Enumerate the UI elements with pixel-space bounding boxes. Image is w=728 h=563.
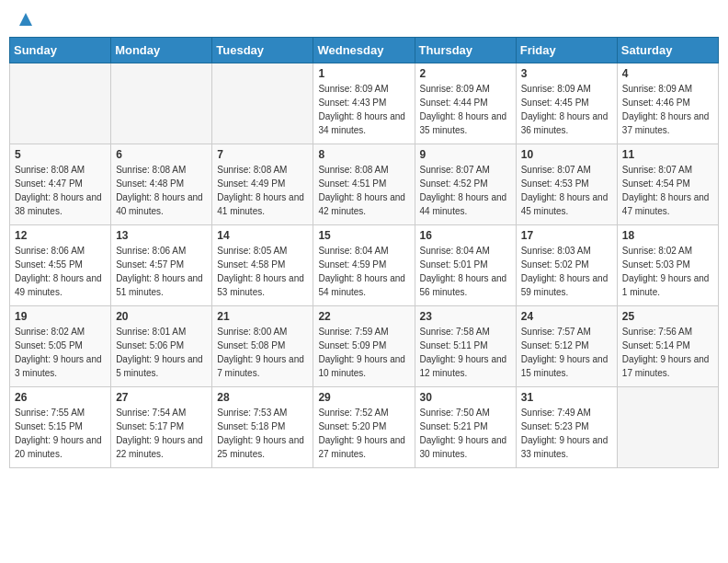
day-number: 27	[116, 391, 207, 404]
day-info: Sunrise: 8:02 AMSunset: 5:05 PMDaylight:…	[15, 325, 106, 380]
day-info: Sunrise: 8:07 AMSunset: 4:53 PMDaylight:…	[521, 163, 612, 218]
day-number: 8	[318, 148, 409, 161]
day-header-sunday: Sunday	[10, 38, 111, 63]
calendar-cell: 24Sunrise: 7:57 AMSunset: 5:12 PMDayligh…	[516, 306, 617, 387]
day-info: Sunrise: 8:09 AMSunset: 4:43 PMDaylight:…	[318, 82, 409, 137]
day-number: 2	[420, 67, 511, 80]
calendar-cell: 19Sunrise: 8:02 AMSunset: 5:05 PMDayligh…	[10, 306, 111, 387]
day-number: 9	[420, 148, 511, 161]
day-header-monday: Monday	[111, 38, 212, 63]
day-number: 1	[318, 67, 409, 80]
day-number: 16	[420, 229, 511, 242]
calendar-cell: 14Sunrise: 8:05 AMSunset: 4:58 PMDayligh…	[212, 225, 313, 306]
calendar-cell: 16Sunrise: 8:04 AMSunset: 5:01 PMDayligh…	[415, 225, 516, 306]
calendar-cell: 5Sunrise: 8:08 AMSunset: 4:47 PMDaylight…	[10, 144, 111, 225]
calendar-cell: 17Sunrise: 8:03 AMSunset: 5:02 PMDayligh…	[516, 225, 617, 306]
day-info: Sunrise: 8:00 AMSunset: 5:08 PMDaylight:…	[217, 325, 308, 380]
calendar-cell: 30Sunrise: 7:50 AMSunset: 5:21 PMDayligh…	[415, 387, 516, 468]
calendar-cell: 3Sunrise: 8:09 AMSunset: 4:45 PMDaylight…	[516, 63, 617, 144]
calendar-cell: 31Sunrise: 7:49 AMSunset: 5:23 PMDayligh…	[516, 387, 617, 468]
day-info: Sunrise: 7:58 AMSunset: 5:11 PMDaylight:…	[420, 325, 511, 380]
calendar-cell: 23Sunrise: 7:58 AMSunset: 5:11 PMDayligh…	[415, 306, 516, 387]
day-info: Sunrise: 7:55 AMSunset: 5:15 PMDaylight:…	[15, 406, 106, 461]
day-number: 24	[521, 310, 612, 323]
day-number: 3	[521, 67, 612, 80]
logo	[13, 9, 36, 29]
day-number: 7	[217, 148, 308, 161]
day-number: 13	[116, 229, 207, 242]
calendar-week-row: 12Sunrise: 8:06 AMSunset: 4:55 PMDayligh…	[10, 225, 719, 306]
logo-icon	[16, 9, 36, 29]
day-number: 12	[15, 229, 106, 242]
day-number: 4	[622, 67, 713, 80]
day-number: 17	[521, 229, 612, 242]
day-number: 30	[420, 391, 511, 404]
calendar-cell	[617, 387, 718, 468]
day-info: Sunrise: 8:03 AMSunset: 5:02 PMDaylight:…	[521, 244, 612, 299]
day-info: Sunrise: 7:59 AMSunset: 5:09 PMDaylight:…	[318, 325, 409, 380]
calendar-week-row: 1Sunrise: 8:09 AMSunset: 4:43 PMDaylight…	[10, 63, 719, 144]
day-info: Sunrise: 8:08 AMSunset: 4:51 PMDaylight:…	[318, 163, 409, 218]
calendar-week-row: 19Sunrise: 8:02 AMSunset: 5:05 PMDayligh…	[10, 306, 719, 387]
day-info: Sunrise: 8:08 AMSunset: 4:49 PMDaylight:…	[217, 163, 308, 218]
calendar-cell: 15Sunrise: 8:04 AMSunset: 4:59 PMDayligh…	[313, 225, 415, 306]
calendar-cell	[111, 63, 212, 144]
day-header-friday: Friday	[516, 38, 617, 63]
calendar-cell: 10Sunrise: 8:07 AMSunset: 4:53 PMDayligh…	[516, 144, 617, 225]
day-info: Sunrise: 8:09 AMSunset: 4:45 PMDaylight:…	[521, 82, 612, 137]
calendar-cell: 12Sunrise: 8:06 AMSunset: 4:55 PMDayligh…	[10, 225, 111, 306]
day-number: 22	[318, 310, 409, 323]
calendar-cell: 2Sunrise: 8:09 AMSunset: 4:44 PMDaylight…	[415, 63, 516, 144]
day-info: Sunrise: 8:04 AMSunset: 5:01 PMDaylight:…	[420, 244, 511, 299]
calendar-cell: 22Sunrise: 7:59 AMSunset: 5:09 PMDayligh…	[313, 306, 415, 387]
day-number: 29	[318, 391, 409, 404]
calendar-cell: 18Sunrise: 8:02 AMSunset: 5:03 PMDayligh…	[617, 225, 718, 306]
calendar-cell: 6Sunrise: 8:08 AMSunset: 4:48 PMDaylight…	[111, 144, 212, 225]
day-header-saturday: Saturday	[617, 38, 718, 63]
day-number: 19	[15, 310, 106, 323]
calendar-week-row: 26Sunrise: 7:55 AMSunset: 5:15 PMDayligh…	[10, 387, 719, 468]
day-info: Sunrise: 8:04 AMSunset: 4:59 PMDaylight:…	[318, 244, 409, 299]
day-info: Sunrise: 8:06 AMSunset: 4:57 PMDaylight:…	[116, 244, 207, 299]
calendar-cell: 1Sunrise: 8:09 AMSunset: 4:43 PMDaylight…	[313, 63, 415, 144]
calendar-cell: 20Sunrise: 8:01 AMSunset: 5:06 PMDayligh…	[111, 306, 212, 387]
calendar-cell: 4Sunrise: 8:09 AMSunset: 4:46 PMDaylight…	[617, 63, 718, 144]
day-header-wednesday: Wednesday	[313, 38, 415, 63]
day-header-thursday: Thursday	[415, 38, 516, 63]
day-info: Sunrise: 7:53 AMSunset: 5:18 PMDaylight:…	[217, 406, 308, 461]
day-info: Sunrise: 7:49 AMSunset: 5:23 PMDaylight:…	[521, 406, 612, 461]
day-number: 21	[217, 310, 308, 323]
day-info: Sunrise: 8:08 AMSunset: 4:48 PMDaylight:…	[116, 163, 207, 218]
calendar-cell: 29Sunrise: 7:52 AMSunset: 5:20 PMDayligh…	[313, 387, 415, 468]
day-info: Sunrise: 8:05 AMSunset: 4:58 PMDaylight:…	[217, 244, 308, 299]
day-number: 20	[116, 310, 207, 323]
svg-marker-0	[19, 13, 32, 26]
day-number: 6	[116, 148, 207, 161]
day-number: 18	[622, 229, 713, 242]
day-number: 15	[318, 229, 409, 242]
calendar-table: SundayMondayTuesdayWednesdayThursdayFrid…	[9, 37, 719, 468]
calendar-cell: 7Sunrise: 8:08 AMSunset: 4:49 PMDaylight…	[212, 144, 313, 225]
day-info: Sunrise: 8:07 AMSunset: 4:54 PMDaylight:…	[622, 163, 713, 218]
day-info: Sunrise: 8:07 AMSunset: 4:52 PMDaylight:…	[420, 163, 511, 218]
day-number: 23	[420, 310, 511, 323]
day-info: Sunrise: 7:57 AMSunset: 5:12 PMDaylight:…	[521, 325, 612, 380]
calendar-cell: 13Sunrise: 8:06 AMSunset: 4:57 PMDayligh…	[111, 225, 212, 306]
day-number: 31	[521, 391, 612, 404]
calendar-cell	[10, 63, 111, 144]
day-number: 28	[217, 391, 308, 404]
day-number: 25	[622, 310, 713, 323]
calendar-cell: 21Sunrise: 8:00 AMSunset: 5:08 PMDayligh…	[212, 306, 313, 387]
day-info: Sunrise: 7:52 AMSunset: 5:20 PMDaylight:…	[318, 406, 409, 461]
day-number: 5	[15, 148, 106, 161]
day-info: Sunrise: 8:06 AMSunset: 4:55 PMDaylight:…	[15, 244, 106, 299]
calendar-week-row: 5Sunrise: 8:08 AMSunset: 4:47 PMDaylight…	[10, 144, 719, 225]
day-number: 11	[622, 148, 713, 161]
calendar-cell: 26Sunrise: 7:55 AMSunset: 5:15 PMDayligh…	[10, 387, 111, 468]
day-info: Sunrise: 7:50 AMSunset: 5:21 PMDaylight:…	[420, 406, 511, 461]
day-info: Sunrise: 8:09 AMSunset: 4:46 PMDaylight:…	[622, 82, 713, 137]
day-info: Sunrise: 8:08 AMSunset: 4:47 PMDaylight:…	[15, 163, 106, 218]
calendar-cell: 27Sunrise: 7:54 AMSunset: 5:17 PMDayligh…	[111, 387, 212, 468]
calendar-cell	[212, 63, 313, 144]
calendar-cell: 9Sunrise: 8:07 AMSunset: 4:52 PMDaylight…	[415, 144, 516, 225]
